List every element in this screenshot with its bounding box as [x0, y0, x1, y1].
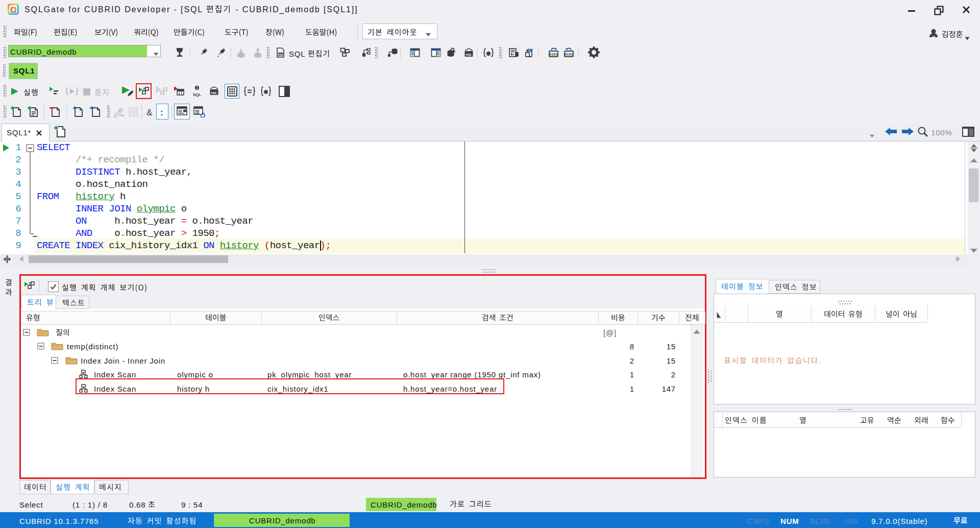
svg-text:0101: 0101 [549, 53, 558, 57]
svg-text:SQL: SQL [278, 53, 284, 56]
svg-text:SQL: SQL [465, 53, 472, 56]
svg-text:SQL: SQL [211, 91, 217, 94]
svg-text:0101: 0101 [565, 53, 573, 57]
svg-text:SQL: SQL [193, 92, 202, 97]
svg-text:ab: ab [119, 113, 124, 117]
